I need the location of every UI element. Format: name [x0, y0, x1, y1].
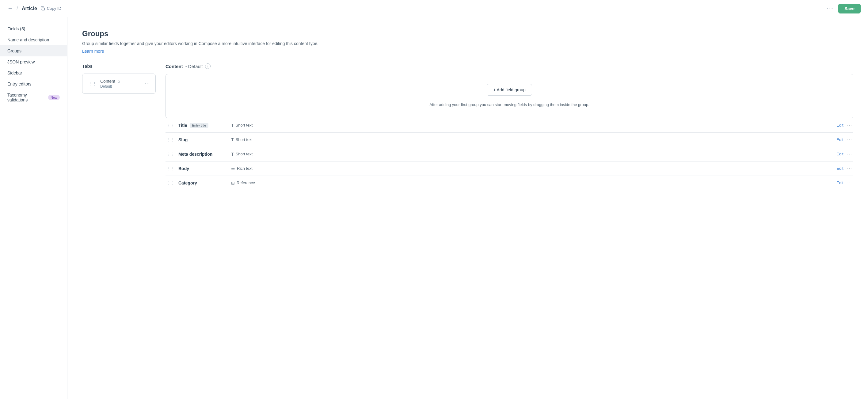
page-description: Group similar fields together and give y… [82, 40, 853, 47]
field-name: Title Entry title [178, 123, 227, 128]
field-actions: Edit ··· [836, 123, 852, 128]
copy-id-button[interactable]: Copy ID [41, 6, 61, 11]
drag-handle-icon: ⋮⋮ [167, 166, 175, 171]
back-button[interactable]: ← [7, 5, 13, 12]
new-badge: New [48, 95, 60, 100]
learn-more-link[interactable]: Learn more [82, 49, 104, 54]
svg-rect-0 [42, 8, 44, 10]
field-more-button[interactable]: ··· [847, 137, 852, 143]
type-icon: T [231, 137, 234, 142]
type-icon: ☰ [231, 166, 235, 171]
field-name: Slug [178, 137, 227, 142]
add-group-box: + Add field group After adding your firs… [165, 74, 853, 118]
field-type: T Short text [231, 137, 833, 142]
table-row: ⋮⋮ Category ⊞ Reference Edit ··· [165, 176, 853, 190]
field-name: Meta description [178, 152, 227, 157]
tab-count: 5 [118, 79, 120, 84]
field-more-button[interactable]: ··· [847, 166, 852, 171]
type-icon: T [231, 152, 234, 157]
layout: Fields (5) Name and description Groups J… [0, 17, 868, 399]
sidebar-item-groups[interactable]: Groups [0, 45, 67, 56]
field-type: ☰ Rich text [231, 166, 833, 171]
add-field-group-button[interactable]: + Add field group [487, 84, 532, 96]
field-type: ⊞ Reference [231, 181, 833, 185]
edit-button[interactable]: Edit [836, 181, 843, 185]
sidebar-item-entry-editors[interactable]: Entry editors [0, 79, 67, 90]
field-actions: Edit ··· [836, 151, 852, 157]
tab-info: Content 5 Default [100, 79, 141, 89]
drag-handle-icon: ⋮⋮ [167, 137, 175, 142]
type-icon: T [231, 123, 234, 128]
groups-layout: Tabs ⋮⋮ Content 5 Default ··· Con [82, 63, 853, 190]
drag-handle-icon: ⋮⋮ [167, 123, 175, 127]
content-header-sub: - Default [185, 64, 203, 69]
field-more-button[interactable]: ··· [847, 180, 852, 186]
field-name: Category [178, 181, 227, 185]
content-tab-card[interactable]: ⋮⋮ Content 5 Default ··· [82, 73, 156, 94]
content-section: Content - Default i + Add field group Af… [165, 63, 853, 190]
table-row: ⋮⋮ Slug T Short text Edit ··· [165, 133, 853, 147]
fields-table: ⋮⋮ Title Entry title T Short text Edit ·… [165, 118, 853, 190]
field-type: T Short text [231, 123, 833, 128]
entry-title-badge: Entry title [190, 123, 209, 128]
tabs-section: Tabs ⋮⋮ Content 5 Default ··· [82, 63, 156, 190]
topbar-right: ··· Save [827, 4, 861, 13]
content-header: Content - Default i [165, 63, 853, 69]
tab-drag-handle: ⋮⋮ [88, 81, 97, 86]
tab-more-button[interactable]: ··· [145, 81, 150, 86]
sidebar-item-fields[interactable]: Fields (5) [0, 23, 67, 34]
sidebar-item-sidebar[interactable]: Sidebar [0, 67, 67, 79]
tab-name: Content 5 [100, 79, 141, 84]
field-actions: Edit ··· [836, 166, 852, 171]
field-actions: Edit ··· [836, 180, 852, 186]
sidebar: Fields (5) Name and description Groups J… [0, 17, 67, 399]
info-icon[interactable]: i [205, 63, 211, 69]
edit-button[interactable]: Edit [836, 123, 843, 127]
copy-icon [41, 6, 45, 11]
field-more-button[interactable]: ··· [847, 151, 852, 157]
edit-button[interactable]: Edit [836, 152, 843, 156]
type-icon: ⊞ [231, 181, 235, 185]
field-type: T Short text [231, 152, 833, 157]
table-row: ⋮⋮ Title Entry title T Short text Edit ·… [165, 118, 853, 133]
topbar-left: ← / Article Copy ID [7, 5, 61, 12]
sidebar-item-json[interactable]: JSON preview [0, 56, 67, 67]
more-options-button[interactable]: ··· [827, 5, 833, 12]
main-content: Groups Group similar fields together and… [67, 17, 868, 399]
sidebar-item-taxonomy[interactable]: Taxonomy validations New [0, 90, 67, 105]
page-title: Groups [82, 29, 853, 38]
tab-default-label: Default [100, 84, 141, 89]
field-name: Body [178, 166, 227, 171]
field-actions: Edit ··· [836, 137, 852, 143]
sidebar-item-name[interactable]: Name and description [0, 34, 67, 45]
topbar-divider: / [17, 5, 18, 12]
table-row: ⋮⋮ Body ☰ Rich text Edit ··· [165, 161, 853, 176]
save-button[interactable]: Save [838, 4, 861, 13]
tabs-label: Tabs [82, 63, 156, 69]
add-group-hint: After adding your first group you can st… [173, 102, 846, 108]
content-type-title: Article [22, 6, 37, 11]
drag-handle-icon: ⋮⋮ [167, 181, 175, 185]
topbar: ← / Article Copy ID ··· Save [0, 0, 868, 17]
table-row: ⋮⋮ Meta description T Short text Edit ··… [165, 147, 853, 161]
edit-button[interactable]: Edit [836, 137, 843, 142]
drag-handle-icon: ⋮⋮ [167, 152, 175, 156]
edit-button[interactable]: Edit [836, 166, 843, 171]
field-more-button[interactable]: ··· [847, 123, 852, 128]
